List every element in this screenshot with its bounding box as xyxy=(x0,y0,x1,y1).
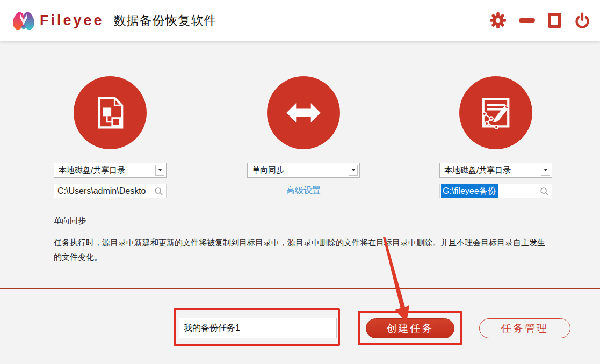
source-file-icon xyxy=(74,76,147,149)
power-close-icon[interactable] xyxy=(574,12,590,28)
source-type-dropdown[interactable]: 本地磁盘/共享目录 xyxy=(54,163,167,178)
app-title: 数据备份恢复软件 xyxy=(114,12,217,29)
settings-gear-icon[interactable] xyxy=(490,12,506,28)
fileyee-logo-icon xyxy=(11,7,37,34)
red-divider-line xyxy=(0,288,600,289)
brand-name: Fileyee xyxy=(40,12,104,29)
create-task-button[interactable]: 创建任务 xyxy=(366,318,454,338)
app-window: Fileyee 数据备份恢复软件 xyxy=(0,0,600,364)
title-bar: Fileyee 数据备份恢复软件 xyxy=(0,0,600,41)
source-panel: 本地磁盘/共享目录 C:\Users\admin\Deskto xyxy=(54,76,167,198)
sync-panel: 单向同步 高级设置 xyxy=(247,76,360,196)
source-path-field[interactable]: C:\Users\admin\Deskto xyxy=(54,184,167,198)
maximize-icon[interactable] xyxy=(548,13,561,28)
sync-arrows-icon xyxy=(267,76,340,149)
sync-mode-dropdown-arrow-icon[interactable] xyxy=(349,165,358,176)
source-type-value: 本地磁盘/共享目录 xyxy=(59,165,125,174)
target-panel: 本地磁盘/共享目录 G:\fileyee备份 xyxy=(439,76,552,198)
sync-mode-dropdown[interactable]: 单向同步 xyxy=(247,163,360,178)
source-path-value: C:\Users\admin\Deskto xyxy=(57,186,146,195)
mode-description-body: 任务执行时，源目录中新建和更新的文件将被复制到目标目录中，源目录中删除的文件将在… xyxy=(54,235,547,264)
minimize-icon[interactable] xyxy=(519,18,535,23)
task-manage-button[interactable]: 任务管理 xyxy=(479,318,570,338)
source-type-dropdown-arrow-icon[interactable] xyxy=(155,165,164,176)
advanced-settings-link[interactable]: 高级设置 xyxy=(247,185,360,196)
sync-mode-value: 单向同步 xyxy=(252,165,284,174)
target-type-dropdown-arrow-icon[interactable] xyxy=(541,165,550,176)
mode-description-title: 单向同步 xyxy=(54,216,547,226)
target-path-field[interactable]: G:\fileyee备份 xyxy=(439,184,552,198)
window-controls xyxy=(490,12,600,28)
target-type-value: 本地磁盘/共享目录 xyxy=(444,165,511,174)
mode-description: 单向同步 任务执行时，源目录中新建和更新的文件将被复制到目标目录中，源目录中删除… xyxy=(54,216,547,264)
source-browse-search-icon[interactable] xyxy=(154,186,163,198)
target-type-dropdown[interactable]: 本地磁盘/共享目录 xyxy=(439,163,552,178)
target-edit-document-icon xyxy=(459,76,532,149)
target-path-value-selected: G:\fileyee备份 xyxy=(441,184,498,198)
target-browse-search-icon[interactable] xyxy=(540,186,549,198)
task-name-input[interactable] xyxy=(179,318,337,338)
